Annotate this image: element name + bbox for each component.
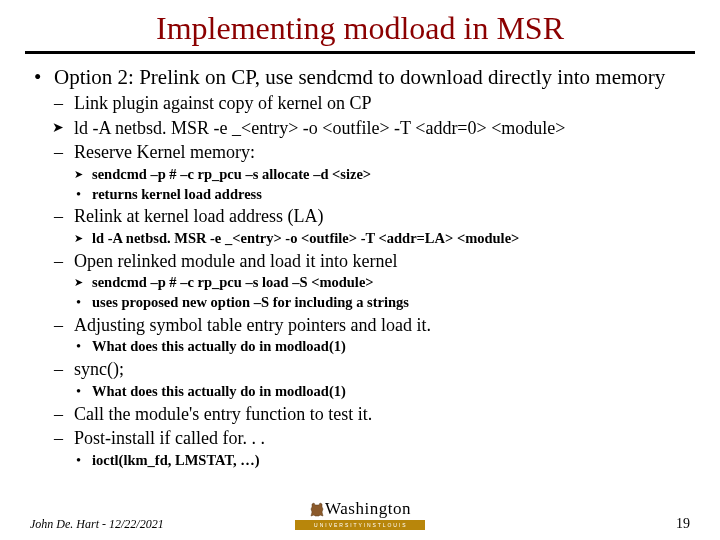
page-number: 19 [676,516,690,532]
l2-item: ld -A netbsd. MSR -e _<entry> -o <outfil… [54,117,690,140]
l3-item: ioctl(lkm_fd, LMSTAT, …) [74,451,690,470]
bullet-level-3: ld -A netbsd. MSR -e _<entry> -o <outfil… [74,229,690,248]
l2-label: Adjusting symbol table entry pointers an… [74,315,431,335]
bullet-level-1: Option 2: Prelink on CP, use sendcmd to … [30,64,690,470]
bullet-level-3: sendcmd –p # –c rp_pcu –s load –S <modul… [74,273,690,312]
l2-item: Reserve Kernel memory:sendcmd –p # –c rp… [54,141,690,203]
l2-label: Open relinked module and load it into ke… [74,251,397,271]
l2-item: Link plugin against copy of kernel on CP [54,92,690,115]
l2-item: Post-install if called for. . .ioctl(lkm… [54,427,690,469]
l3-item: What does this actually do in modload(1) [74,382,690,401]
bullet-level-3: ioctl(lkm_fd, LMSTAT, …) [74,451,690,470]
l2-label: Relink at kernel load address (LA) [74,206,323,226]
slide: Implementing modload in MSR Option 2: Pr… [0,0,720,540]
bullet-level-3: What does this actually do in modload(1) [74,337,690,356]
washington-bar: U N I V E R S I T Y I N S T L O U I S [295,520,425,530]
l3-item: What does this actually do in modload(1) [74,337,690,356]
l3-item: sendcmd –p # –c rp_pcu –s allocate –d <s… [74,165,690,184]
option-2-item: Option 2: Prelink on CP, use sendcmd to … [30,64,690,470]
footer-author: John De. Hart - 12/22/2021 [30,517,164,532]
bullet-level-3: What does this actually do in modload(1) [74,382,690,401]
l2-item: sync();What does this actually do in mod… [54,358,690,400]
l3-item: uses proposed new option –S for includin… [74,293,690,312]
washington-sub: U N I V E R S I T Y I N S T L O U I S [314,522,406,528]
l2-item: Adjusting symbol table entry pointers an… [54,314,690,356]
washington-label: Washington [295,499,425,519]
l2-item: Open relinked module and load it into ke… [54,250,690,312]
bullet-level-2: Link plugin against copy of kernel on CP… [54,92,690,469]
bullet-level-3: sendcmd –p # –c rp_pcu –s allocate –d <s… [74,165,690,204]
bear-icon [309,502,325,518]
l2-label: Reserve Kernel memory: [74,142,255,162]
slide-title: Implementing modload in MSR [30,10,690,47]
title-rule [25,51,695,54]
l3-item: returns kernel load address [74,185,690,204]
l2-label: sync(); [74,359,124,379]
l2-label: ld -A netbsd. MSR -e _<entry> -o <outfil… [74,118,565,138]
l2-item: Relink at kernel load address (LA)ld -A … [54,205,690,247]
l2-item: Call the module's entry function to test… [54,403,690,426]
l2-label: Call the module's entry function to test… [74,404,372,424]
l2-label: Link plugin against copy of kernel on CP [74,93,371,113]
l3-item: ld -A netbsd. MSR -e _<entry> -o <outfil… [74,229,690,248]
l3-item: sendcmd –p # –c rp_pcu –s load –S <modul… [74,273,690,292]
l2-label: Post-install if called for. . . [74,428,265,448]
washington-logo: Washington U N I V E R S I T Y I N S T L… [295,499,425,530]
option-2-label: Option 2: Prelink on CP, use sendcmd to … [54,65,665,89]
